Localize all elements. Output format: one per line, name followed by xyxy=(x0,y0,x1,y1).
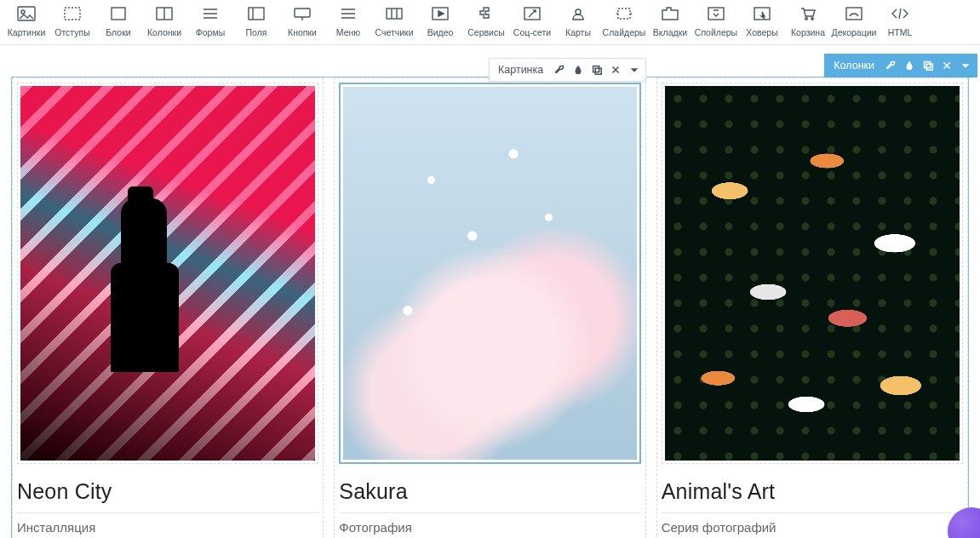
column-card[interactable]: Sakura Фотография xyxy=(334,77,645,538)
svg-rect-20 xyxy=(926,64,932,70)
image-frame[interactable] xyxy=(17,83,318,464)
tool-label: Поля xyxy=(246,27,267,37)
tool-label: Слайдеры xyxy=(603,27,646,37)
columns-container[interactable]: Neon City Инсталляция Sakura Фотография … xyxy=(12,77,968,538)
tool-services[interactable]: Сервисы xyxy=(463,5,509,37)
svg-point-14 xyxy=(805,18,808,20)
tool-html[interactable]: HTML xyxy=(877,5,923,37)
card-title[interactable]: Neon City xyxy=(17,479,318,504)
tool-label: Колонки xyxy=(147,27,181,37)
image-neon-city xyxy=(20,86,315,461)
tool-maps[interactable]: Карты xyxy=(555,5,601,37)
divider xyxy=(339,512,640,513)
tool-tabs[interactable]: Вкладки xyxy=(647,5,693,37)
tool-label: Блоки xyxy=(106,27,130,37)
tool-blocks[interactable]: Блоки xyxy=(95,5,141,37)
tool-label: HTML xyxy=(888,27,913,37)
drop-icon[interactable] xyxy=(572,64,584,76)
card-subtitle[interactable]: Инсталляция xyxy=(17,520,318,535)
tool-decorations[interactable]: Декорации xyxy=(831,5,877,37)
element-control-columns: Колонки xyxy=(824,54,977,77)
tool-counters[interactable]: Счетчики xyxy=(371,5,417,37)
svg-rect-11 xyxy=(618,9,630,19)
svg-rect-19 xyxy=(925,62,931,68)
card-subtitle[interactable]: Серия фотографий xyxy=(662,520,963,535)
element-control-label: Картинка xyxy=(495,64,547,76)
duplicate-icon[interactable] xyxy=(591,64,603,76)
tool-sliders[interactable]: Слайдеры xyxy=(601,5,647,37)
svg-rect-3 xyxy=(112,8,125,20)
tool-spoilers[interactable]: Спойлеры xyxy=(693,5,739,37)
chevron-down-icon[interactable] xyxy=(960,60,971,72)
tool-hovers[interactable]: Ховеры xyxy=(739,5,785,37)
tool-label: Видео xyxy=(427,27,454,37)
svg-rect-17 xyxy=(593,66,599,72)
tool-label: Кнопки xyxy=(288,27,317,37)
wrench-icon[interactable] xyxy=(553,64,565,76)
card-subtitle[interactable]: Фотография xyxy=(339,520,640,535)
svg-point-15 xyxy=(811,18,814,20)
close-icon[interactable] xyxy=(941,60,953,72)
tool-paddings[interactable]: Отступы xyxy=(49,5,95,37)
tool-label: Картинки xyxy=(8,27,46,37)
tool-label: Спойлеры xyxy=(695,27,737,37)
canvas: Neon City Инсталляция Sakura Фотография … xyxy=(0,45,980,538)
tool-label: Корзина xyxy=(791,27,825,37)
tool-video[interactable]: Видео xyxy=(417,5,463,37)
tool-label: Соц-сети xyxy=(513,27,551,37)
tool-label: Вкладки xyxy=(653,27,687,37)
card-title[interactable]: Sakura xyxy=(339,479,640,504)
image-animals-art xyxy=(665,86,960,461)
svg-rect-6 xyxy=(295,9,310,17)
tool-label: Сервисы xyxy=(467,27,505,37)
element-control-image: Картинка xyxy=(489,58,646,82)
column-card[interactable]: Animal's Art Серия фотографий xyxy=(656,77,968,538)
svg-rect-5 xyxy=(249,8,264,20)
drop-icon[interactable] xyxy=(903,60,915,72)
close-icon[interactable] xyxy=(610,64,622,76)
column-card[interactable]: Neon City Инсталляция xyxy=(12,77,324,538)
svg-rect-12 xyxy=(708,8,724,20)
tool-label: Счетчики xyxy=(375,27,413,37)
tool-label: Ховеры xyxy=(746,27,777,37)
svg-point-1 xyxy=(21,10,25,14)
svg-point-10 xyxy=(576,9,581,14)
image-sakura xyxy=(343,87,636,460)
divider xyxy=(17,512,318,513)
image-frame[interactable] xyxy=(662,83,963,464)
card-title[interactable]: Animal's Art xyxy=(662,479,963,504)
tool-buttons[interactable]: Кнопки xyxy=(279,5,325,37)
tool-cart[interactable]: Корзина xyxy=(785,5,831,37)
tool-label: Отступы xyxy=(54,27,90,37)
chevron-down-icon[interactable] xyxy=(628,64,640,76)
svg-rect-2 xyxy=(65,8,80,20)
tool-menu[interactable]: Меню xyxy=(325,5,371,37)
image-frame-selected[interactable] xyxy=(339,83,640,464)
tool-label: Формы xyxy=(196,27,225,37)
tool-label: Карты xyxy=(565,27,591,37)
tool-fields[interactable]: Поля xyxy=(233,5,279,37)
duplicate-icon[interactable] xyxy=(922,60,934,72)
tool-label: Декорации xyxy=(832,27,877,37)
toolbar: Картинки Отступы Блоки Колонки Формы Пол… xyxy=(0,0,980,45)
svg-rect-7 xyxy=(387,9,402,19)
tool-pictures[interactable]: Картинки xyxy=(3,5,49,37)
element-control-label: Колонки xyxy=(830,60,878,72)
svg-rect-18 xyxy=(595,68,601,74)
divider xyxy=(662,512,963,513)
tool-social[interactable]: Соц-сети xyxy=(509,5,555,37)
tool-forms[interactable]: Формы xyxy=(187,5,233,37)
wrench-icon[interactable] xyxy=(885,60,897,72)
tool-label: Меню xyxy=(336,27,360,37)
tool-columns[interactable]: Колонки xyxy=(141,5,187,37)
